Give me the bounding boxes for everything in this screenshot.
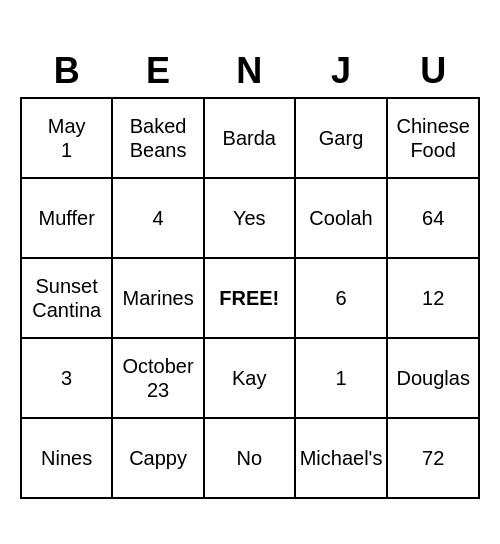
bingo-row-0: May1BakedBeansBardaGargChineseFood	[21, 98, 479, 178]
bingo-cell-0-4: ChineseFood	[387, 98, 479, 178]
bingo-cell-0-0: May1	[21, 98, 112, 178]
bingo-row-3: 3October23Kay1Douglas	[21, 338, 479, 418]
bingo-row-1: Muffer4YesCoolah64	[21, 178, 479, 258]
bingo-cell-3-1: October23	[112, 338, 203, 418]
bingo-cell-3-3: 1	[295, 338, 388, 418]
bingo-card: BENJU May1BakedBeansBardaGargChineseFood…	[20, 45, 480, 498]
bingo-cell-2-4: 12	[387, 258, 479, 338]
header-col-u: U	[387, 45, 479, 97]
bingo-row-2: SunsetCantinaMarinesFREE!612	[21, 258, 479, 338]
header-col-j: J	[295, 45, 388, 97]
bingo-cell-2-3: 6	[295, 258, 388, 338]
bingo-cell-1-4: 64	[387, 178, 479, 258]
bingo-cell-1-2: Yes	[204, 178, 295, 258]
bingo-cell-0-3: Garg	[295, 98, 388, 178]
bingo-cell-1-3: Coolah	[295, 178, 388, 258]
bingo-cell-2-0: SunsetCantina	[21, 258, 112, 338]
header-col-n: N	[204, 45, 295, 97]
header-col-b: B	[21, 45, 112, 97]
bingo-cell-1-1: 4	[112, 178, 203, 258]
bingo-row-4: NinesCappyNoMichael's72	[21, 418, 479, 498]
bingo-cell-4-3: Michael's	[295, 418, 388, 498]
bingo-cell-3-0: 3	[21, 338, 112, 418]
bingo-cell-0-1: BakedBeans	[112, 98, 203, 178]
bingo-cell-3-4: Douglas	[387, 338, 479, 418]
bingo-cell-4-4: 72	[387, 418, 479, 498]
bingo-cell-3-2: Kay	[204, 338, 295, 418]
bingo-cell-0-2: Barda	[204, 98, 295, 178]
bingo-cell-1-0: Muffer	[21, 178, 112, 258]
bingo-cell-4-2: No	[204, 418, 295, 498]
header-col-e: E	[112, 45, 203, 97]
bingo-cell-2-1: Marines	[112, 258, 203, 338]
bingo-cell-2-2: FREE!	[204, 258, 295, 338]
bingo-cell-4-1: Cappy	[112, 418, 203, 498]
bingo-cell-4-0: Nines	[21, 418, 112, 498]
